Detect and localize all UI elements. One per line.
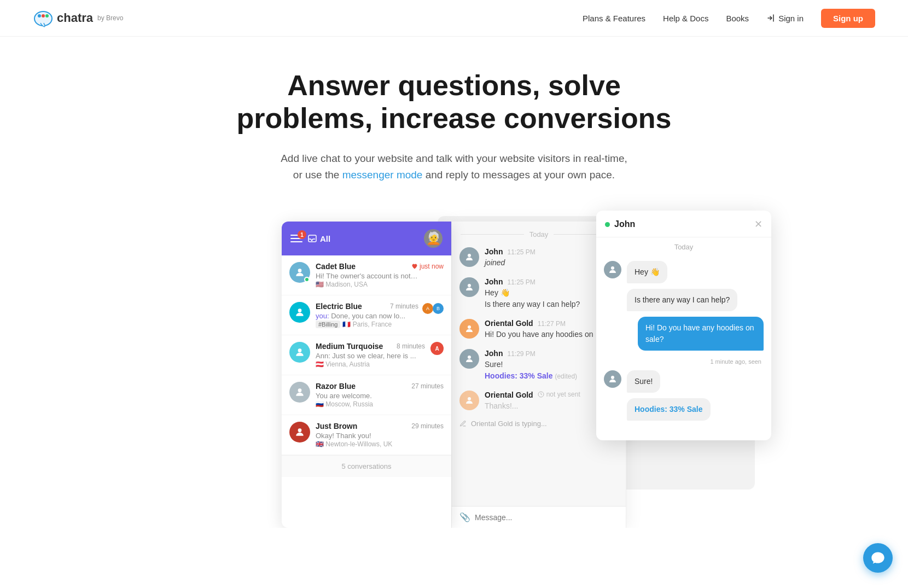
nav-plans-features[interactable]: Plans & Features — [583, 14, 645, 23]
convo-item-just-brown[interactable]: Just Brown 29 minutes Okay! Thank you! 🇬… — [282, 415, 451, 455]
convo-time: 8 minutes — [397, 342, 425, 350]
svg-point-14 — [468, 397, 471, 400]
widget-msg-sure: Sure! — [604, 370, 764, 393]
svg-point-3 — [45, 14, 49, 18]
widget-avatar — [604, 261, 621, 278]
widget-time-seen: 1 minute ago, seen — [604, 358, 764, 365]
chat-msg-body: Oriental Gold not yet sent Thanks!... — [485, 391, 580, 412]
hero-section: Answer questions, solve problems, increa… — [0, 37, 908, 200]
convo-name: Electric Blue — [316, 302, 362, 311]
convo-time: 7 minutes — [390, 302, 418, 310]
chat-msg-time: 11:25 PM — [507, 278, 535, 286]
chat-msg-body: John 11:29 PM Sure! Hoodies: 33% Sale (e… — [485, 349, 577, 382]
convo-name: Razor Blue — [316, 382, 356, 391]
user-icon — [294, 427, 305, 438]
chat-avatar — [459, 349, 479, 369]
logo-icon — [33, 8, 54, 28]
nav-books[interactable]: Books — [726, 14, 749, 23]
panel-header: 1 All 🧑‍🦳 — [282, 222, 451, 255]
not-sent-status: not yet sent — [538, 391, 580, 398]
unread-badge: 1 — [298, 230, 306, 239]
panel-footer: 5 conversations — [282, 455, 451, 477]
widget-bubble-text: Sure! — [635, 376, 653, 387]
all-filter-label[interactable]: All — [308, 234, 330, 243]
hero-subtitle: Add live chat to your website and talk w… — [268, 150, 640, 184]
convo-message: Okay! Thank you! — [316, 432, 420, 440]
chat-sender-name: Oriental Gold — [485, 319, 533, 328]
convo-item-medium-turquoise[interactable]: Medium Turquoise 8 minutes Ann: Just so … — [282, 335, 451, 375]
pencil-icon — [459, 420, 467, 427]
convo-meta: 🇷🇺 Moscow, Russia — [316, 400, 444, 408]
convo-avatar — [289, 422, 310, 443]
nav-help-docs[interactable]: Help & Docs — [663, 14, 708, 23]
attachment-icon[interactable]: 📎 — [459, 512, 470, 522]
widget-avatar — [604, 370, 621, 388]
chat-msg-time: 11:29 PM — [507, 350, 535, 358]
user-icon — [608, 374, 618, 384]
convo-message: Hi! The owner's account is not in... — [316, 272, 420, 280]
user-icon — [464, 324, 474, 334]
inbox-icon — [308, 234, 317, 243]
message-input[interactable] — [475, 513, 618, 522]
svg-point-16 — [611, 266, 614, 270]
message-input-row: 📎 — [452, 506, 626, 528]
svg-point-8 — [298, 389, 302, 393]
convo-time: just now — [411, 263, 444, 270]
widget-msg-sent: Hi! Do you have any hoodies on sale? — [604, 317, 764, 351]
user-icon — [294, 347, 305, 358]
mini-avatar: B — [433, 303, 444, 314]
chat-msg-text: Hey 👋Is there any way I can help? — [485, 287, 580, 310]
chat-msg-status: joined — [485, 257, 536, 269]
convo-name: Medium Turquoise — [316, 342, 383, 351]
widget-header: John ✕ — [596, 211, 771, 237]
convo-time: 27 minutes — [411, 382, 444, 390]
user-icon — [464, 354, 474, 364]
user-icon — [294, 387, 305, 398]
widget-messages: Hey 👋 Is there any way I can help? Hi! D… — [596, 257, 771, 425]
user-icon — [294, 267, 305, 278]
user-icon — [294, 307, 305, 318]
logo-brevo: by Brevo — [97, 14, 123, 22]
svg-point-10 — [468, 254, 471, 257]
chat-avatar — [459, 247, 479, 267]
nav-signin[interactable]: Sign in — [766, 14, 804, 23]
logo[interactable]: chatra by Brevo — [33, 8, 123, 28]
convo-time: 29 minutes — [411, 422, 444, 430]
chat-avatar — [459, 319, 479, 339]
convo-item-electric-blue[interactable]: Electric Blue 7 minutes you: Done, you c… — [282, 295, 451, 335]
convo-meta: 🇺🇸 Madison, USA — [316, 281, 444, 288]
online-indicator — [304, 277, 310, 282]
signup-button[interactable]: Sign up — [821, 9, 875, 28]
widget-bubble-text: Is there any way I can help? — [635, 294, 730, 306]
convo-message: you: Done, you can now lo... — [316, 312, 418, 320]
convo-item-cadet-blue[interactable]: Cadet Blue just now Hi! The owner's acco… — [282, 255, 451, 295]
svg-point-11 — [468, 284, 471, 287]
svg-point-1 — [38, 14, 41, 18]
user-icon — [464, 395, 474, 405]
widget-bubble-link[interactable]: Hoodies: 33% Sale — [635, 404, 703, 415]
messenger-mode-link[interactable]: messenger mode — [342, 169, 423, 181]
convo-name: Just Brown — [316, 422, 357, 430]
widget-bubble: Sure! — [627, 370, 660, 393]
agent-emoji: 🧑‍🦳 — [426, 232, 441, 244]
svg-point-5 — [298, 269, 302, 273]
svg-point-6 — [298, 309, 302, 313]
widget-bubble: Hoodies: 33% Sale — [627, 398, 711, 421]
menu-button[interactable]: 1 — [290, 234, 302, 243]
convo-content: Just Brown 29 minutes Okay! Thank you! 🇬… — [316, 422, 444, 448]
mini-avatar: A — [422, 303, 433, 314]
chat-msg-text: Sure! — [485, 359, 577, 370]
widget-close-button[interactable]: ✕ — [754, 218, 763, 230]
svg-point-12 — [468, 325, 471, 329]
convo-message: Ann: Just so we clear, here is ... — [316, 352, 420, 360]
svg-rect-4 — [309, 235, 316, 242]
clock-icon — [538, 391, 544, 398]
convo-content: Razor Blue 27 minutes You are welcome. 🇷… — [316, 382, 444, 408]
demo-area: 1 All 🧑‍🦳 — [153, 200, 755, 528]
svg-point-7 — [298, 349, 302, 353]
svg-point-9 — [298, 429, 302, 433]
convo-item-razor-blue[interactable]: Razor Blue 27 minutes You are welcome. 🇷… — [282, 375, 451, 415]
chat-sender-name: John — [485, 349, 503, 358]
widget-bubble: Hey 👋 — [627, 261, 667, 283]
convo-avatar — [289, 342, 310, 363]
